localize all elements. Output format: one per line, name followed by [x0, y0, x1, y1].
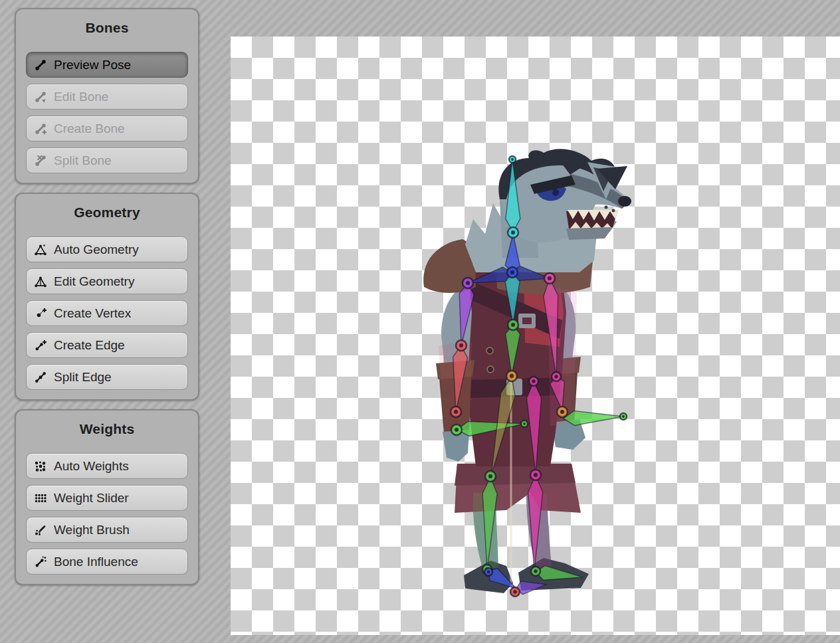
weight-slider-icon	[33, 491, 48, 505]
weight-brush-icon	[33, 523, 48, 537]
create-edge-icon	[33, 338, 48, 353]
button-label: Weight Brush	[54, 523, 130, 537]
bone-influence-icon	[33, 555, 48, 569]
weights-panel: Weights Auto Weights Weight Slider Weigh…	[15, 409, 199, 585]
weight-brush-button[interactable]: Weight Brush	[26, 517, 188, 543]
create-vertex-icon	[33, 306, 48, 321]
edit-bone-icon	[33, 90, 48, 104]
weight-slider-button[interactable]: Weight Slider	[26, 485, 188, 511]
button-label: Split Bone	[54, 153, 112, 168]
button-label: Weight Slider	[54, 491, 129, 505]
create-vertex-button[interactable]: Create Vertex	[26, 300, 188, 326]
button-label: Create Edge	[54, 338, 125, 353]
sprite-canvas[interactable]	[231, 37, 840, 635]
split-edge-icon	[33, 370, 48, 385]
button-label: Auto Geometry	[54, 242, 139, 257]
auto-weights-button[interactable]: Auto Weights	[26, 453, 188, 479]
preview-pose-icon	[33, 58, 48, 72]
edit-bone-button[interactable]: Edit Bone	[26, 84, 188, 110]
edit-geometry-button[interactable]: Edit Geometry	[26, 268, 188, 294]
split-bone-icon	[33, 153, 48, 168]
button-label: Edit Geometry	[54, 274, 134, 289]
button-label: Bone Influence	[54, 555, 138, 569]
geometry-panel-title: Geometry	[26, 205, 188, 221]
create-edge-button[interactable]: Create Edge	[26, 332, 188, 358]
geometry-panel: Geometry Auto Geometry Edit Geometry Cre…	[15, 193, 199, 401]
split-edge-button[interactable]: Split Edge	[26, 364, 188, 390]
weights-panel-title: Weights	[26, 421, 188, 437]
auto-weights-icon	[33, 459, 48, 474]
button-label: Create Vertex	[54, 306, 131, 321]
create-bone-button[interactable]: Create Bone	[26, 116, 188, 141]
skinning-editor-window: Bones Preview Pose Edit Bone Create Bone…	[0, 0, 840, 643]
bone-influence-button[interactable]: Bone Influence	[26, 549, 188, 575]
split-bone-button[interactable]: Split Bone	[26, 147, 188, 173]
button-label: Auto Weights	[54, 459, 129, 474]
bones-panel: Bones Preview Pose Edit Bone Create Bone…	[15, 8, 199, 184]
button-label: Edit Bone	[54, 90, 108, 104]
auto-geometry-button[interactable]: Auto Geometry	[26, 236, 188, 262]
button-label: Preview Pose	[54, 58, 131, 72]
preview-pose-button[interactable]: Preview Pose	[26, 52, 188, 78]
button-label: Create Bone	[54, 122, 125, 136]
edit-geometry-icon	[33, 274, 48, 289]
create-bone-icon	[33, 122, 48, 136]
auto-geometry-icon	[33, 242, 48, 257]
button-label: Split Edge	[54, 370, 112, 385]
bones-panel-title: Bones	[26, 20, 188, 36]
